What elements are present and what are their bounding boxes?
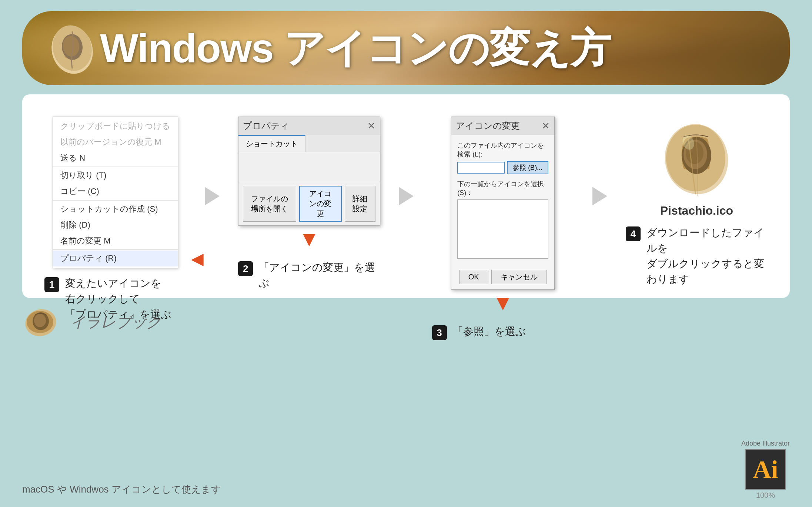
- step-4-info: 4 ダウンロードしたファイルをダブルクリックすると変わります: [626, 218, 768, 287]
- context-menu-wrapper: クリップボードに貼りつける 以前のバージョンの復元 M 送る N 切り取り (T…: [53, 117, 178, 268]
- icon-dialog-close-button[interactable]: ✕: [542, 120, 550, 132]
- menu-item-cut: 切り取り (T): [53, 168, 178, 184]
- open-location-button[interactable]: ファイルの場所を開く: [243, 186, 296, 222]
- ai-badge: Adobe Illustrator Ai 100%: [741, 440, 790, 500]
- change-icon-button[interactable]: アイコンの変更: [299, 186, 342, 222]
- ai-badge-label: Adobe Illustrator: [741, 440, 790, 447]
- step-3-wrapper: アイコンの変更 ✕ このファイル内のアイコンを検索 (L): 参照 (B)...…: [432, 109, 574, 283]
- icon-search-row: 参照 (B)...: [457, 161, 548, 174]
- step-2-wrapper: プロパティ ✕ ショートカット ファイルの場所を開く アイコンの変更 詳細設定: [238, 109, 380, 283]
- down-arrow-icon-3: ▼: [492, 293, 513, 313]
- down-arrow-icon: ▼: [299, 229, 319, 249]
- pistachio-result: Pistachio.ico: [656, 117, 737, 218]
- step-2-down-arrow: ▼: [299, 229, 319, 249]
- header-banner: Windows アイコンの変え方: [22, 11, 790, 85]
- properties-tabs: ショートカット: [238, 135, 380, 152]
- arrow-1: [201, 187, 223, 205]
- arrow-right-2: [399, 187, 414, 205]
- step-3-down-arrow: ▼: [492, 293, 513, 313]
- properties-close-button[interactable]: ✕: [367, 120, 375, 132]
- step-3-label-row: 3 「参照」を選ぶ: [432, 324, 574, 340]
- step-1-wrapper: クリップボードに貼りつける 以前のバージョンの復元 M 送る N 切り取り (T…: [44, 109, 186, 283]
- menu-item-restore: 以前のバージョンの復元 M: [53, 134, 178, 150]
- properties-footer: ファイルの場所を開く アイコンの変更 詳細設定: [238, 182, 380, 225]
- icon-ok-button[interactable]: OK: [459, 270, 488, 284]
- step-2-info: 2 「アイコンの変更」を選ぶ: [238, 252, 380, 291]
- icon-change-dialog: アイコンの変更 ✕ このファイル内のアイコンを検索 (L): 参照 (B)...…: [451, 117, 555, 290]
- menu-item-rename: 名前の変更 M: [53, 233, 178, 249]
- icon-dialog-footer: OK キャンセル: [451, 270, 554, 289]
- step-4-label-row: 4 ダウンロードしたファイルをダブルクリックすると変わります: [626, 225, 768, 287]
- icon-search-label: このファイル内のアイコンを検索 (L):: [457, 141, 548, 159]
- pistachio-filename: Pistachio.ico: [660, 204, 733, 218]
- menu-separator-2: [53, 200, 178, 201]
- footer-pistachio-icon: [22, 307, 59, 337]
- menu-item-copy: コピー (C): [53, 184, 178, 199]
- context-menu: クリップボードに貼りつける 以前のバージョンの復元 M 送る N 切り取り (T…: [53, 117, 178, 268]
- icon-dialog-body: このファイル内のアイコンを検索 (L): 参照 (B)... 下の一覧からアイコ…: [451, 135, 554, 270]
- icon-list-label: 下の一覧からアイコンを選択 (S)：: [457, 179, 548, 197]
- step-3-info: 3 「参照」を選ぶ: [432, 316, 574, 340]
- step-1-section: クリップボードに貼りつける 以前のバージョンの復元 M 送る N 切り取り (T…: [44, 109, 186, 283]
- step-2-dialog-container: プロパティ ✕ ショートカット ファイルの場所を開く アイコンの変更 詳細設定: [238, 117, 380, 252]
- arrow-right-1: [205, 187, 220, 205]
- step-4-text: ダウンロードしたファイルをダブルクリックすると変わります: [646, 225, 768, 287]
- menu-separator-1: [53, 167, 178, 167]
- step-2-number: 2: [238, 261, 253, 276]
- arrow-right-3: [592, 187, 607, 205]
- step-3-text: 「参照」を選ぶ: [453, 324, 526, 339]
- ai-badge-text: Ai: [753, 455, 778, 484]
- icon-cancel-button[interactable]: キャンセル: [491, 270, 547, 284]
- step-4-number: 4: [626, 226, 641, 241]
- icon-dialog-title: アイコンの変更: [456, 120, 520, 132]
- step-3-dialog-container: アイコンの変更 ✕ このファイル内のアイコンを検索 (L): 参照 (B)...…: [451, 117, 555, 316]
- footer-brand: イラレブック: [70, 312, 161, 332]
- menu-item-clipboard: クリップボードに貼りつける: [53, 118, 178, 134]
- step-2-text: 「アイコンの変更」を選ぶ: [259, 260, 380, 291]
- pistachio-icon: [656, 117, 737, 198]
- step-4-section: Pistachio.ico 4 ダウンロードしたファイルをダブルクリックすると変…: [626, 109, 768, 283]
- main-card: クリップボードに貼りつける 以前のバージョンの復元 M 送る N 切り取り (T…: [22, 94, 790, 298]
- svg-point-13: [34, 314, 46, 327]
- step-1-number: 1: [44, 277, 59, 292]
- icon-search-input[interactable]: [457, 162, 505, 174]
- step-3-number: 3: [432, 325, 447, 340]
- icon-dialog-titlebar: アイコンの変更 ✕: [451, 117, 554, 135]
- menu-item-shortcut: ショットカットの作成 (S): [53, 201, 178, 217]
- menu-item-delete: 削除 (D): [53, 217, 178, 233]
- footer-bar: イラレブック: [22, 307, 790, 337]
- left-arrow-annotation: ◀: [191, 247, 204, 270]
- step-4-wrapper: Pistachio.ico 4 ダウンロードしたファイルをダブルクリックすると変…: [626, 109, 768, 283]
- ai-badge-percent: 100%: [756, 491, 775, 500]
- icon-browse-button[interactable]: 参照 (B)...: [507, 161, 548, 174]
- header-pistachio-icon: [44, 20, 100, 76]
- step-2-label-row: 2 「アイコンの変更」を選ぶ: [238, 260, 380, 291]
- menu-item-properties[interactable]: プロパティ (R) ◀: [53, 251, 178, 266]
- properties-tab-shortcut[interactable]: ショートカット: [238, 135, 305, 152]
- properties-body: [238, 152, 380, 182]
- header-title: Windows アイコンの変え方: [100, 28, 610, 68]
- menu-separator-3: [53, 249, 178, 250]
- step-3-section: アイコンの変更 ✕ このファイル内のアイコンを検索 (L): 参照 (B)...…: [432, 109, 574, 283]
- properties-title: プロパティ: [243, 120, 289, 132]
- properties-dialog: プロパティ ✕ ショートカット ファイルの場所を開く アイコンの変更 詳細設定: [238, 117, 380, 226]
- arrow-2: [395, 187, 417, 205]
- footer-description: macOS や Windwos アイコンとして使えます: [22, 483, 221, 496]
- arrow-3: [589, 187, 611, 205]
- header-title-text: Windows アイコンの変え方: [100, 25, 610, 71]
- properties-titlebar: プロパティ ✕: [238, 117, 380, 135]
- step-2-section: プロパティ ✕ ショートカット ファイルの場所を開く アイコンの変更 詳細設定: [238, 109, 380, 283]
- menu-item-send: 送る N: [53, 150, 178, 166]
- advanced-settings-button[interactable]: 詳細設定: [345, 186, 375, 222]
- icon-list-area: [457, 199, 548, 259]
- ai-badge-box: Ai: [745, 449, 786, 490]
